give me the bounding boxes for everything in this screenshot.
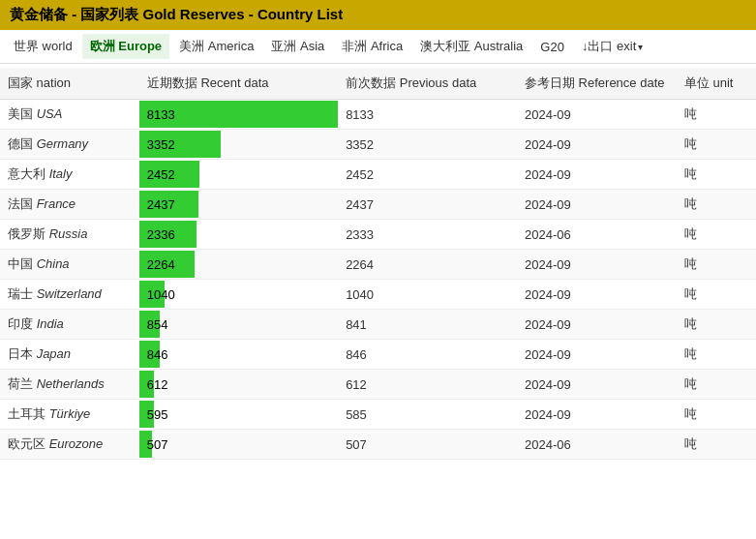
cell-date: 2024-06: [517, 220, 677, 250]
recent-value: 2264: [139, 252, 183, 278]
recent-value: 612: [139, 372, 176, 398]
cell-recent: 1040: [139, 280, 338, 310]
table-row: 欧元区 Eurozone 507 5072024-06吨: [0, 430, 756, 460]
cell-recent: 612: [139, 370, 338, 400]
cell-unit: 吨: [677, 430, 756, 460]
recent-value: 1040: [139, 282, 183, 308]
recent-value: 2336: [139, 222, 183, 248]
cell-prev: 2452: [338, 160, 517, 190]
cell-date: 2024-06: [517, 430, 677, 460]
cell-recent: 846: [139, 340, 338, 370]
nav-item-america[interactable]: 美洲 America: [171, 34, 261, 59]
cell-unit: 吨: [677, 130, 756, 160]
cell-nation: 意大利 Italy: [0, 160, 139, 190]
cell-unit: 吨: [677, 160, 756, 190]
data-table: 国家 nation 近期数据 Recent data 前次数据 Previous…: [0, 68, 756, 460]
nation-en: Eurozone: [49, 436, 104, 451]
cell-nation: 荷兰 Netherlands: [0, 370, 139, 400]
cell-prev: 612: [338, 370, 517, 400]
cell-prev: 2264: [338, 250, 517, 280]
nation-zh: 意大利: [8, 166, 45, 181]
cell-recent: 8133: [139, 100, 338, 130]
bar-wrapper: 2452: [139, 161, 338, 188]
cell-unit: 吨: [677, 190, 756, 220]
cell-unit: 吨: [677, 280, 756, 310]
nation-zh: 法国: [8, 196, 33, 211]
nav-item-australia[interactable]: 澳大利亚 Australia: [412, 34, 530, 59]
nav-item-world[interactable]: 世界 world: [6, 34, 80, 59]
nav-item-europe[interactable]: 欧洲 Europe: [82, 34, 169, 59]
cell-recent: 2336: [139, 220, 338, 250]
table-container: 国家 nation 近期数据 Recent data 前次数据 Previous…: [0, 64, 756, 464]
page-title: 黄金储备 - 国家列表 Gold Reserves - Country List: [10, 6, 343, 22]
bar-wrapper: 846: [139, 341, 338, 368]
cell-date: 2024-09: [517, 340, 677, 370]
table-row: 德国 Germany 3352 33522024-09吨: [0, 130, 756, 160]
cell-nation: 德国 Germany: [0, 130, 139, 160]
nation-zh: 美国: [8, 106, 33, 121]
cell-recent: 3352: [139, 130, 338, 160]
nation-en: Russia: [49, 226, 88, 241]
header-date[interactable]: 参考日期 Reference date: [517, 68, 677, 100]
table-row: 法国 France 2437 24372024-09吨: [0, 190, 756, 220]
bar-wrapper: 2264: [139, 251, 338, 278]
cell-unit: 吨: [677, 250, 756, 280]
nation-en: Japan: [37, 346, 71, 361]
recent-value: 595: [139, 402, 176, 428]
cell-unit: 吨: [677, 220, 756, 250]
recent-value: 854: [139, 312, 176, 338]
cell-nation: 瑞士 Switzerland: [0, 280, 139, 310]
header-recent[interactable]: 近期数据 Recent data: [139, 68, 338, 100]
cell-recent: 854: [139, 310, 338, 340]
cell-unit: 吨: [677, 400, 756, 430]
bar-wrapper: 2437: [139, 191, 338, 218]
cell-nation: 俄罗斯 Russia: [0, 220, 139, 250]
nation-zh: 欧元区: [8, 436, 45, 451]
table-row: 土耳其 Türkiye 595 5852024-09吨: [0, 400, 756, 430]
cell-nation: 土耳其 Türkiye: [0, 400, 139, 430]
nav-item-asia[interactable]: 亚洲 Asia: [263, 34, 332, 59]
nav-item-g20[interactable]: G20: [532, 36, 572, 58]
table-header-row: 国家 nation 近期数据 Recent data 前次数据 Previous…: [0, 68, 756, 100]
export-button[interactable]: ↓出口 exit ▾: [574, 34, 650, 59]
table-row: 印度 India 854 8412024-09吨: [0, 310, 756, 340]
cell-recent: 507: [139, 430, 338, 460]
bar-wrapper: 507: [139, 431, 338, 458]
cell-date: 2024-09: [517, 400, 677, 430]
table-row: 荷兰 Netherlands 612 6122024-09吨: [0, 370, 756, 400]
cell-prev: 507: [338, 430, 517, 460]
nation-en: Türkiye: [49, 406, 91, 421]
nation-en: India: [37, 316, 64, 331]
cell-prev: 846: [338, 340, 517, 370]
table-row: 美国 USA 8133 81332024-09吨: [0, 100, 756, 130]
cell-nation: 美国 USA: [0, 100, 139, 130]
nation-zh: 瑞士: [8, 286, 33, 301]
bar-wrapper: 3352: [139, 131, 338, 158]
recent-value: 3352: [139, 132, 183, 158]
nation-zh: 土耳其: [8, 406, 45, 421]
cell-date: 2024-09: [517, 190, 677, 220]
cell-date: 2024-09: [517, 160, 677, 190]
table-row: 意大利 Italy 2452 24522024-09吨: [0, 160, 756, 190]
cell-unit: 吨: [677, 100, 756, 130]
cell-date: 2024-09: [517, 310, 677, 340]
cell-nation: 中国 China: [0, 250, 139, 280]
recent-value: 507: [139, 432, 176, 458]
nation-en: Germany: [37, 136, 88, 151]
nation-zh: 日本: [8, 346, 33, 361]
bar-wrapper: 854: [139, 311, 338, 338]
table-row: 日本 Japan 846 8462024-09吨: [0, 340, 756, 370]
recent-value: 846: [139, 342, 176, 368]
table-row: 俄罗斯 Russia 2336 23332024-06吨: [0, 220, 756, 250]
nation-en: Italy: [49, 166, 73, 181]
cell-prev: 841: [338, 310, 517, 340]
nav-item-africa[interactable]: 非洲 Africa: [334, 34, 410, 59]
nation-zh: 俄罗斯: [8, 226, 45, 241]
cell-date: 2024-09: [517, 280, 677, 310]
cell-prev: 585: [338, 400, 517, 430]
nation-en: USA: [37, 106, 63, 121]
recent-value: 2437: [139, 192, 183, 218]
cell-nation: 印度 India: [0, 310, 139, 340]
header-prev[interactable]: 前次数据 Previous data: [338, 68, 517, 100]
nation-en: Switzerland: [37, 286, 102, 301]
